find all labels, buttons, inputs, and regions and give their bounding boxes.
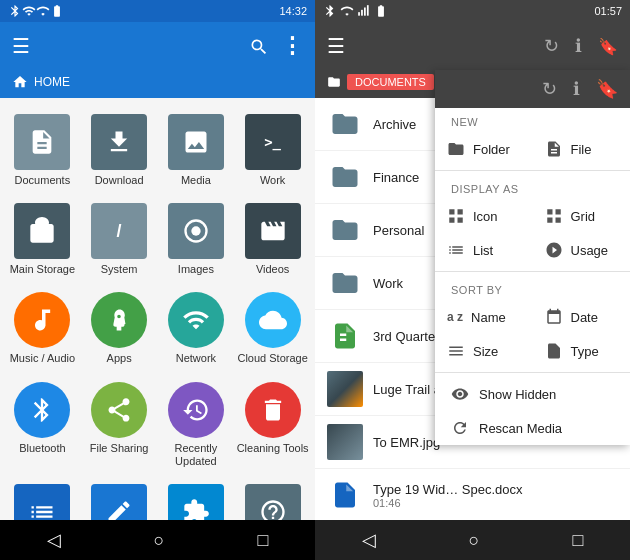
right-back-btn[interactable]: ◁ bbox=[342, 521, 396, 559]
emr-thumbnail bbox=[327, 424, 363, 460]
right-panel: 01:57 ☰ ↻ ℹ 🔖 DOCUMENTS Archive bbox=[315, 0, 630, 560]
rescan-icon bbox=[451, 419, 469, 437]
right-recent-btn[interactable]: □ bbox=[553, 522, 604, 559]
menu-refresh-icon[interactable]: ↻ bbox=[542, 78, 557, 100]
new-folder-btn[interactable]: Folder bbox=[435, 132, 533, 166]
list-item-spec[interactable]: Type 19 Wid… Spec.docx 01:46 bbox=[315, 469, 630, 520]
system-label: System bbox=[101, 263, 138, 276]
download-icon bbox=[91, 114, 147, 170]
app-item-music[interactable]: Music / Audio bbox=[4, 284, 81, 373]
sort-row-1: a z Name Date bbox=[435, 300, 630, 334]
app-item-file-sharing[interactable]: File Sharing bbox=[81, 374, 158, 476]
rescan-media-btn[interactable]: Rescan Media bbox=[435, 411, 630, 445]
system-icon: / bbox=[91, 203, 147, 259]
size-label: Size bbox=[473, 344, 498, 359]
right-time: 01:57 bbox=[594, 5, 622, 17]
file-new-icon bbox=[545, 140, 563, 158]
app-item-main-storage[interactable]: Main Storage bbox=[4, 195, 81, 284]
list-label: List bbox=[473, 243, 493, 258]
app-item-network[interactable]: Network bbox=[158, 284, 235, 373]
breadcrumb-folder-icon bbox=[327, 75, 341, 89]
right-bookmark-icon[interactable]: 🔖 bbox=[598, 37, 618, 56]
textedit-icon bbox=[91, 484, 147, 520]
icon-view-icon bbox=[447, 207, 465, 225]
app-item-textedit[interactable]: TextEdit bbox=[81, 476, 158, 520]
left-menu-icon[interactable]: ☰ bbox=[12, 34, 30, 58]
svg-rect-3 bbox=[361, 10, 363, 16]
work-folder-icon bbox=[327, 265, 363, 301]
show-hidden-icon bbox=[451, 385, 469, 403]
svg-rect-4 bbox=[364, 8, 366, 16]
app-item-work[interactable]: >_ Work bbox=[234, 106, 311, 195]
left-back-btn[interactable]: ◁ bbox=[27, 521, 81, 559]
right-status-bar: 01:57 bbox=[315, 0, 630, 22]
left-toolbar: ☰ ⋮ bbox=[0, 22, 315, 70]
menu-info-icon[interactable]: ℹ bbox=[573, 78, 580, 100]
app-item-cleaning[interactable]: Cleaning Tools bbox=[234, 374, 311, 476]
size-icon bbox=[447, 342, 465, 360]
display-icon-btn[interactable]: Icon bbox=[435, 199, 533, 233]
app-item-help[interactable]: Help bbox=[234, 476, 311, 520]
left-recent-btn[interactable]: □ bbox=[238, 522, 289, 559]
app-item-documents[interactable]: Documents bbox=[4, 106, 81, 195]
display-usage-btn[interactable]: Usage bbox=[533, 233, 631, 267]
apps-label: Apps bbox=[107, 352, 132, 365]
filesystems-icon bbox=[14, 484, 70, 520]
sort-date-btn[interactable]: Date bbox=[533, 300, 631, 334]
new-file-btn[interactable]: File bbox=[533, 132, 631, 166]
right-wifi-icon bbox=[340, 4, 354, 18]
svg-rect-2 bbox=[358, 12, 360, 16]
menu-bookmark-icon[interactable]: 🔖 bbox=[596, 78, 618, 100]
network-icon bbox=[168, 292, 224, 348]
app-item-filesystems[interactable]: Filesystems bbox=[4, 476, 81, 520]
app-item-images[interactable]: Images bbox=[158, 195, 235, 284]
app-item-download[interactable]: Download bbox=[81, 106, 158, 195]
right-menu-icon[interactable]: ☰ bbox=[327, 34, 345, 58]
images-icon bbox=[168, 203, 224, 259]
app-item-system[interactable]: / System bbox=[81, 195, 158, 284]
doc-icon bbox=[327, 477, 363, 513]
app-item-media[interactable]: Media bbox=[158, 106, 235, 195]
right-refresh-icon[interactable]: ↻ bbox=[544, 35, 559, 57]
documents-label: Documents bbox=[15, 174, 71, 187]
app-item-apps[interactable]: Apps bbox=[81, 284, 158, 373]
main-storage-icon bbox=[14, 203, 70, 259]
app-item-videos[interactable]: Videos bbox=[234, 195, 311, 284]
usage-label: Usage bbox=[571, 243, 609, 258]
sort-size-btn[interactable]: Size bbox=[435, 334, 533, 368]
sort-type-btn[interactable]: Type bbox=[533, 334, 631, 368]
recently-icon bbox=[168, 382, 224, 438]
left-home-btn[interactable]: ○ bbox=[134, 522, 185, 559]
app-item-cloud[interactable]: Cloud Storage bbox=[234, 284, 311, 373]
signal-icon-left bbox=[36, 4, 50, 18]
app-item-recently[interactable]: Recently Updated bbox=[158, 374, 235, 476]
icon-label: Icon bbox=[473, 209, 498, 224]
divider-1 bbox=[435, 170, 630, 171]
wifi-icon-left bbox=[22, 4, 36, 18]
new-row: Folder File bbox=[435, 132, 630, 166]
left-more-icon[interactable]: ⋮ bbox=[281, 33, 303, 59]
videos-icon bbox=[245, 203, 301, 259]
app-item-bluetooth[interactable]: Bluetooth bbox=[4, 374, 81, 476]
recently-label: Recently Updated bbox=[160, 442, 233, 468]
show-hidden-btn[interactable]: Show Hidden bbox=[435, 377, 630, 411]
home-icon bbox=[12, 74, 28, 90]
left-search-icon[interactable] bbox=[249, 35, 269, 56]
rescan-media-label: Rescan Media bbox=[479, 421, 562, 436]
name-label: Name bbox=[471, 310, 506, 325]
network-label: Network bbox=[176, 352, 216, 365]
sort-section-label: SORT BY bbox=[435, 276, 630, 300]
display-row-1: Icon Grid bbox=[435, 199, 630, 233]
usage-view-icon bbox=[545, 241, 563, 259]
right-info-icon[interactable]: ℹ bbox=[575, 35, 582, 57]
svg-point-1 bbox=[191, 227, 200, 236]
finance-folder-icon bbox=[327, 159, 363, 195]
right-home-btn[interactable]: ○ bbox=[449, 522, 500, 559]
app-item-addons[interactable]: Add-Ons bbox=[158, 476, 235, 520]
sort-name-btn[interactable]: a z Name bbox=[435, 300, 533, 334]
date-icon bbox=[545, 308, 563, 326]
file-sharing-label: File Sharing bbox=[90, 442, 149, 455]
display-list-btn[interactable]: List bbox=[435, 233, 533, 267]
display-grid-btn[interactable]: Grid bbox=[533, 199, 631, 233]
music-icon bbox=[14, 292, 70, 348]
